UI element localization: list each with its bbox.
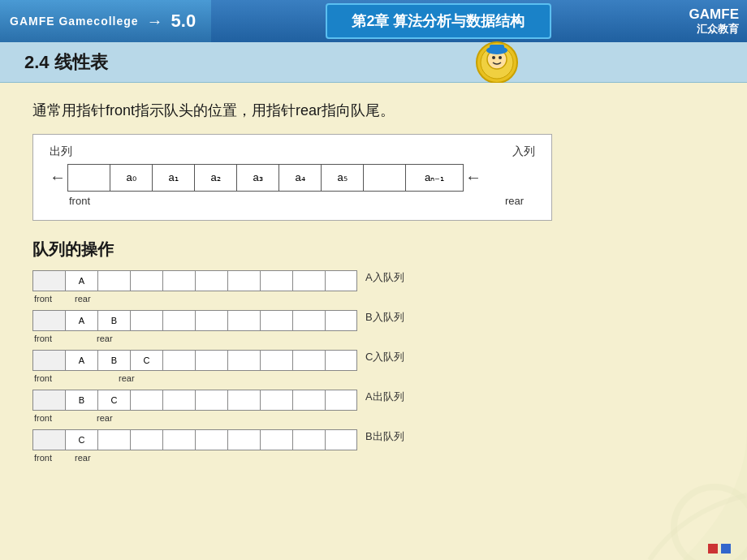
op-row-5: C front rear B出队列 xyxy=(32,429,422,463)
op-cell-5-5 xyxy=(195,429,227,450)
op-cell-3-4 xyxy=(162,350,195,371)
op-3-rear: rear xyxy=(119,373,135,383)
op-cell-4-0 xyxy=(32,390,65,411)
queue-labels-bottom: front rear xyxy=(50,195,535,207)
queue-cell-5: a₄ xyxy=(279,165,322,191)
op-cell-3-3: C xyxy=(130,350,162,371)
op-cell-2-5 xyxy=(195,310,227,331)
op-cell-1-5 xyxy=(195,270,227,291)
op-cell-2-0 xyxy=(32,310,65,331)
page-number xyxy=(708,544,731,554)
op-cell-5-0 xyxy=(32,429,65,450)
op-cell-3-1: A xyxy=(65,350,97,371)
op-cells-4: B C xyxy=(32,390,357,411)
op-cell-4-4 xyxy=(162,390,195,411)
header-center: 第2章 算法分析与数据结构 xyxy=(211,3,666,39)
op-cell-5-8 xyxy=(292,429,325,450)
op-1-desc: A入队列 xyxy=(357,270,422,285)
op-cell-5-1: C xyxy=(65,429,97,450)
op-cell-4-8 xyxy=(292,390,325,411)
version-text: 5.0 xyxy=(171,11,196,32)
op-2-rear: rear xyxy=(97,334,113,343)
op-cell-3-8 xyxy=(292,350,325,371)
op-cells-1: A xyxy=(32,270,357,291)
op-5-desc: B出队列 xyxy=(357,429,422,444)
op-cell-2-6 xyxy=(227,310,260,331)
op-cell-3-7 xyxy=(260,350,292,371)
op-5-front: front xyxy=(34,453,52,463)
op-cell-5-2 xyxy=(97,429,130,450)
queue-cell-3: a₂ xyxy=(195,165,237,191)
arrow-left-icon: ← xyxy=(50,168,66,187)
op-cells-5: C xyxy=(32,429,357,450)
logo-subtitle: 汇众教育 xyxy=(689,23,739,36)
op-cell-2-1: A xyxy=(65,310,97,331)
queue-cell-0 xyxy=(68,165,110,191)
op-row-2: A B front rear B入队列 xyxy=(32,310,422,343)
op-cell-2-7 xyxy=(260,310,292,331)
arrow-right-icon: ← xyxy=(465,168,481,187)
corner-decoration xyxy=(617,430,747,560)
op-3-front: front xyxy=(34,373,52,383)
op-1-rear: rear xyxy=(75,294,91,304)
op-cells-3: A B C xyxy=(32,350,357,371)
op-cell-1-4 xyxy=(162,270,195,291)
op-cell-4-3 xyxy=(130,390,162,411)
front-label: front xyxy=(69,195,90,207)
queue-cell-1: a₀ xyxy=(110,165,153,191)
op-row-3: A B C front rear C入队列 xyxy=(32,350,422,383)
operations-title: 队列的操作 xyxy=(32,239,715,261)
brand-text: GAMFE Gamecollege xyxy=(10,15,139,28)
op-cell-1-9 xyxy=(325,270,357,291)
page-dot-blue xyxy=(721,544,731,554)
queue-cells: a₀ a₁ a₂ a₃ a₄ a₅ aₙ₋₁ xyxy=(67,164,464,192)
queue-cell-4: a₃ xyxy=(237,165,279,191)
intro-text: 通常用指针front指示队头的位置，用指针rear指向队尾。 xyxy=(32,99,715,123)
op-cell-3-9 xyxy=(325,350,357,371)
op-cell-4-6 xyxy=(227,390,260,411)
chapter-title: 第2章 算法分析与数据结构 xyxy=(352,13,525,29)
op-row-4: B C front rear A出队列 xyxy=(32,390,422,423)
rear-label: rear xyxy=(505,195,524,207)
op-cell-2-9 xyxy=(325,310,357,331)
queue-cell-7 xyxy=(364,165,406,191)
header-left: GAMFE Gamecollege → 5.0 xyxy=(0,0,211,42)
op-cell-3-5 xyxy=(195,350,227,371)
svg-point-4 xyxy=(499,56,502,59)
section-title: 2.4 线性表 xyxy=(24,50,108,75)
op-cell-1-3 xyxy=(130,270,162,291)
page-dot-red xyxy=(708,544,718,554)
op-cell-1-1: A xyxy=(65,270,97,291)
header-right: GAMFE 汇众教育 xyxy=(666,6,747,36)
op-cell-2-8 xyxy=(292,310,325,331)
label-out: 出列 xyxy=(50,144,72,159)
queue-cell-2: a₁ xyxy=(153,165,195,191)
op-cell-5-6 xyxy=(227,429,260,450)
op-cell-1-6 xyxy=(227,270,260,291)
op-4-rear: rear xyxy=(97,413,113,423)
op-cell-2-2: B xyxy=(97,310,130,331)
chapter-title-box: 第2章 算法分析与数据结构 xyxy=(326,3,551,39)
main-content: 通常用指针front指示队头的位置，用指针rear指向队尾。 出列 入列 ← a… xyxy=(0,83,747,560)
queue-row: ← a₀ a₁ a₂ a₃ a₄ a₅ aₙ₋₁ ← xyxy=(50,164,535,192)
op-cell-5-7 xyxy=(260,429,292,450)
op-cell-1-0 xyxy=(32,270,65,291)
op-cell-3-0 xyxy=(32,350,65,371)
op-cell-1-7 xyxy=(260,270,292,291)
op-cell-5-4 xyxy=(162,429,195,450)
op-cell-4-7 xyxy=(260,390,292,411)
op-4-desc: A出队列 xyxy=(357,390,422,404)
op-cell-4-9 xyxy=(325,390,357,411)
op-cell-4-5 xyxy=(195,390,227,411)
label-in: 入列 xyxy=(512,144,535,159)
op-2-desc: B入队列 xyxy=(357,310,422,325)
op-cell-1-2 xyxy=(97,270,130,291)
queue-cell-8: aₙ₋₁ xyxy=(406,165,463,191)
op-cell-3-2: B xyxy=(97,350,130,371)
queue-cell-6: a₅ xyxy=(322,165,364,191)
op-cell-2-4 xyxy=(162,310,195,331)
header: GAMFE Gamecollege → 5.0 第2章 算法分析与数据结构 GA… xyxy=(0,0,747,42)
gamfe-logo-right: GAMFE 汇众教育 xyxy=(689,6,739,36)
svg-point-3 xyxy=(492,56,495,59)
mascot xyxy=(475,38,520,87)
